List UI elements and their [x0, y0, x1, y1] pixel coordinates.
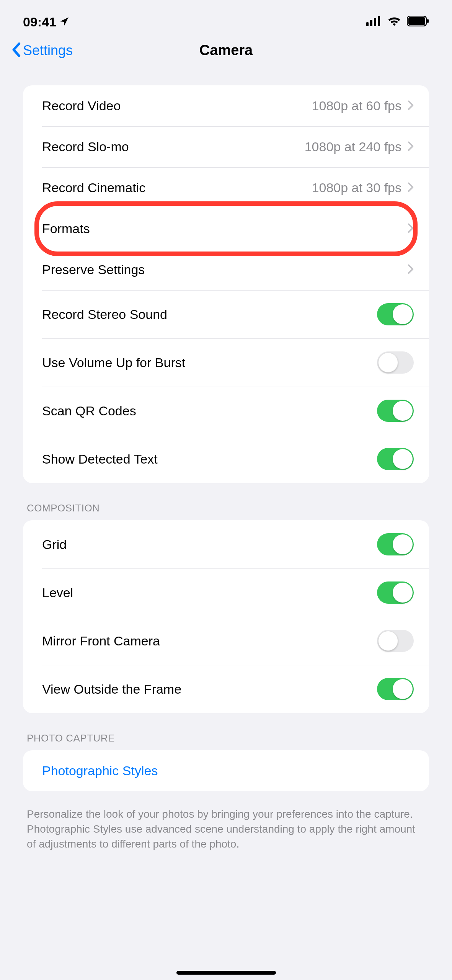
chevron-right-icon — [408, 180, 414, 195]
back-button[interactable]: Settings — [11, 42, 199, 59]
row-label: Photographic Styles — [42, 763, 158, 778]
row-value: 1080p at 240 fps — [305, 139, 401, 154]
status-bar: 09:41 — [0, 0, 452, 38]
page-title: Camera — [199, 42, 253, 59]
row-value: 1080p at 60 fps — [312, 98, 401, 113]
chevron-right-icon — [408, 139, 414, 154]
battery-icon — [407, 16, 429, 28]
home-indicator[interactable] — [176, 971, 276, 975]
photo-capture-footer: Personalize the look of your photos by b… — [27, 807, 425, 852]
svg-rect-0 — [366, 22, 369, 26]
location-arrow-icon — [59, 15, 69, 29]
level-toggle[interactable] — [377, 581, 414, 604]
row-label: Preserve Settings — [42, 262, 145, 277]
row-grid: Grid — [23, 520, 429, 568]
wifi-icon — [388, 16, 401, 28]
row-stereo-sound: Record Stereo Sound — [23, 290, 429, 338]
chevron-left-icon — [11, 42, 21, 59]
section-header-photo-capture: PHOTO CAPTURE — [27, 732, 429, 744]
section-header-composition: COMPOSITION — [27, 502, 429, 514]
row-label: Record Slo-mo — [42, 139, 129, 154]
settings-group-main: Record Video 1080p at 60 fps Record Slo-… — [23, 85, 429, 483]
svg-rect-3 — [378, 16, 380, 26]
chevron-right-icon — [408, 98, 414, 113]
row-value: 1080p at 30 fps — [312, 180, 401, 195]
row-label: Show Detected Text — [42, 452, 158, 467]
chevron-right-icon — [408, 221, 414, 236]
row-outside-frame: View Outside the Frame — [23, 665, 429, 713]
outside-frame-toggle[interactable] — [377, 678, 414, 700]
back-label: Settings — [23, 42, 73, 59]
grid-toggle[interactable] — [377, 533, 414, 555]
cellular-signal-icon — [366, 16, 382, 28]
row-label: Grid — [42, 537, 67, 552]
row-label: Formats — [42, 221, 90, 236]
settings-group-photo-capture: Photographic Styles — [23, 750, 429, 791]
row-mirror-front: Mirror Front Camera — [23, 617, 429, 665]
row-record-cinematic[interactable]: Record Cinematic 1080p at 30 fps — [23, 167, 429, 208]
status-time-wrap: 09:41 — [23, 15, 69, 29]
row-label: Level — [42, 585, 73, 600]
row-photographic-styles[interactable]: Photographic Styles — [23, 750, 429, 791]
detected-text-toggle[interactable] — [377, 448, 414, 470]
row-scan-qr: Scan QR Codes — [23, 387, 429, 435]
row-detected-text: Show Detected Text — [23, 435, 429, 483]
row-label: Use Volume Up for Burst — [42, 355, 185, 370]
svg-rect-2 — [374, 18, 376, 26]
row-label: View Outside the Frame — [42, 682, 181, 697]
row-label: Scan QR Codes — [42, 403, 136, 418]
svg-rect-1 — [370, 20, 372, 26]
row-label: Record Cinematic — [42, 180, 145, 195]
row-label: Record Video — [42, 98, 121, 113]
svg-rect-6 — [427, 19, 429, 23]
volume-burst-toggle[interactable] — [377, 351, 414, 374]
nav-bar: Settings Camera — [0, 38, 452, 70]
status-time: 09:41 — [23, 15, 56, 29]
chevron-right-icon — [408, 262, 414, 277]
row-formats[interactable]: Formats — [23, 208, 429, 249]
settings-group-composition: Grid Level Mirror Front Camera View Outs… — [23, 520, 429, 713]
row-record-video[interactable]: Record Video 1080p at 60 fps — [23, 85, 429, 126]
mirror-front-toggle[interactable] — [377, 630, 414, 652]
row-volume-burst: Use Volume Up for Burst — [23, 338, 429, 387]
stereo-sound-toggle[interactable] — [377, 303, 414, 325]
row-level: Level — [23, 568, 429, 617]
status-right — [366, 16, 429, 28]
row-label: Mirror Front Camera — [42, 634, 160, 648]
scan-qr-toggle[interactable] — [377, 400, 414, 422]
row-preserve-settings[interactable]: Preserve Settings — [23, 249, 429, 290]
svg-rect-5 — [408, 17, 425, 25]
row-label: Record Stereo Sound — [42, 307, 167, 322]
row-record-slomo[interactable]: Record Slo-mo 1080p at 240 fps — [23, 126, 429, 167]
